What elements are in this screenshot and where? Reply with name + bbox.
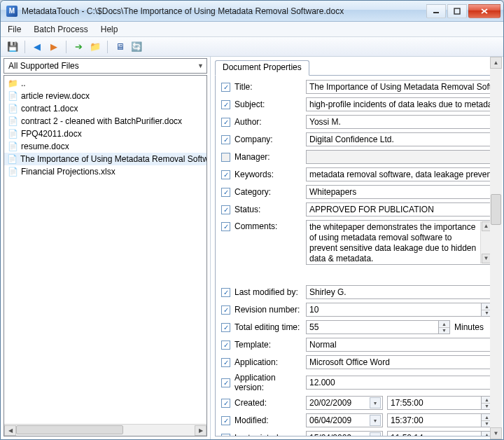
file-item[interactable]: 📄contract 1.docx [4,102,206,115]
checkbox-title[interactable]: ✓ [221,83,230,92]
titlebar[interactable]: M MetadataTouch - C:\$Docs\The Importanc… [1,1,503,22]
input-category[interactable]: Whitepapers [306,185,493,199]
checkbox-comments[interactable]: ✓ [221,222,230,231]
checkbox-subject[interactable]: ✓ [221,100,230,109]
close-button[interactable] [468,4,500,18]
input-company[interactable]: Digital Confidence Ltd. [306,132,493,146]
checkbox-modified[interactable]: ✓ [221,416,230,425]
file-up-dir[interactable]: 📁 .. [4,77,206,90]
spinner-editing-time[interactable]: ▲▼ [439,320,450,334]
calendar-dropdown-icon[interactable]: ▾ [370,415,381,426]
content-area: All Supported Files ▼ 📁 .. 📄article revi… [1,57,503,439]
time-created-value: 17:55:00 [391,398,424,408]
scroll-right-icon[interactable]: ▶ [195,425,206,436]
time-last-printed[interactable]: 11:50:14 [387,431,482,436]
save-icon[interactable]: 💾 [6,41,19,53]
file-name: Financial Projections.xlsx [21,167,115,177]
label-application: Application: [234,357,306,367]
date-modified[interactable]: 06/04/2009▾ [306,413,383,427]
menu-help[interactable]: Help [101,25,118,34]
calendar-dropdown-icon[interactable]: ▾ [370,432,381,436]
monitor-icon[interactable]: 🖥 [113,41,126,53]
file-item[interactable]: 📄article review.docx [4,90,206,102]
input-subject[interactable]: high-profile incidents of data leaks due… [306,97,493,111]
checkbox-last-printed[interactable]: ✓ [221,434,230,437]
folder-icon[interactable]: 📁 [89,41,102,53]
menu-file[interactable]: File [8,25,21,34]
input-manager[interactable] [306,150,493,164]
menubar: File Batch Process Help [1,22,503,37]
file-item[interactable]: 📄FPQ42011.docx [4,128,206,140]
input-keywords[interactable]: metadata removal software, data leakage … [306,167,493,181]
file-item[interactable]: 📄contract 2 - cleaned with BatchPurifier… [4,115,206,128]
checkbox-editing-time[interactable]: ✓ [221,323,230,332]
input-revision[interactable]: 10 [306,303,482,317]
app-window: M MetadataTouch - C:\$Docs\The Importanc… [0,0,504,440]
checkbox-app-version[interactable]: ✓ [221,378,230,387]
input-author[interactable]: Yossi M. [306,115,493,129]
menu-batch-process[interactable]: Batch Process [34,25,88,34]
scroll-left-icon[interactable]: ◀ [4,425,16,436]
input-title[interactable]: The Importance of Using Metadata Removal… [306,80,493,94]
spin-down-icon[interactable]: ▼ [439,328,449,334]
label-author: Author: [234,117,306,127]
file-list-hscrollbar[interactable]: ◀ ▶ [4,424,206,436]
label-last-modified-by: Last modified by: [234,287,306,297]
refresh-icon[interactable]: 🔄 [130,41,143,53]
input-application[interactable]: Microsoft Office Word [306,355,493,369]
file-item[interactable]: 📄resume.docx [4,140,206,153]
checkbox-author[interactable]: ✓ [221,118,230,127]
close-icon [480,8,489,15]
input-last-modified-by[interactable]: Shirley G. [306,285,493,299]
properties-panel: ✓Title:The Importance of Using Metadata … [215,75,499,436]
scroll-track[interactable] [490,69,502,427]
label-revision: Revision number: [234,305,306,315]
time-created[interactable]: 17:55:00 [387,396,482,410]
checkbox-template[interactable]: ✓ [221,341,230,350]
file-item-selected[interactable]: 📄The Importance of Using Metadata Remova… [4,153,206,165]
file-filter-label: All Supported Files [8,61,79,71]
maximize-button[interactable] [447,4,467,18]
checkbox-status[interactable]: ✓ [221,205,230,214]
date-created[interactable]: 20/02/2009▾ [306,396,383,410]
file-item[interactable]: 📄Financial Projections.xlsx [4,165,206,178]
scroll-thumb[interactable] [16,425,123,434]
textarea-comments[interactable]: the whitepaper demonstrates the importan… [306,220,493,265]
label-editing-time: Total editing time: [234,322,306,332]
file-filter-select[interactable]: All Supported Files ▼ [4,58,207,74]
window-vscrollbar[interactable]: ▲ ▼ [490,57,502,439]
date-last-printed[interactable]: 15/04/2009▾ [306,431,383,436]
tab-strip: Document Properties [215,60,499,75]
input-template[interactable]: Normal [306,338,493,352]
maximize-icon [454,8,461,15]
forward-arrow-icon[interactable]: ▶ [48,41,60,53]
checkbox-revision[interactable]: ✓ [221,305,230,315]
checkbox-manager[interactable] [221,153,230,162]
checkbox-keywords[interactable]: ✓ [221,170,230,179]
folder-up-icon: 📁 [7,78,18,89]
svg-rect-1 [454,8,460,14]
scroll-thumb[interactable] [491,194,501,225]
scroll-up-icon[interactable]: ▲ [490,57,502,69]
spin-up-icon[interactable]: ▲ [439,321,449,328]
minimize-button[interactable] [426,4,446,18]
checkbox-last-modified-by[interactable]: ✓ [221,288,230,297]
input-editing-time[interactable]: 55 [306,320,439,334]
next-arrow-icon[interactable]: ➔ [72,41,85,53]
label-title: Title: [234,82,306,92]
checkbox-company[interactable]: ✓ [221,135,230,144]
checkbox-created[interactable]: ✓ [221,399,230,408]
checkbox-application[interactable]: ✓ [221,358,230,367]
tab-document-properties[interactable]: Document Properties [215,60,309,76]
calendar-dropdown-icon[interactable]: ▾ [370,397,381,408]
label-keywords: Keywords: [234,170,306,179]
scroll-down-icon[interactable]: ▼ [490,427,502,439]
scroll-track[interactable] [16,425,195,436]
xls-icon: 📄 [7,166,18,177]
time-modified[interactable]: 15:37:00 [387,413,482,427]
checkbox-category[interactable]: ✓ [221,188,230,197]
input-status[interactable]: APPROVED FOR PUBLICATION [306,202,493,216]
back-arrow-icon[interactable]: ◀ [31,41,43,53]
file-list[interactable]: 📁 .. 📄article review.docx 📄contract 1.do… [4,75,207,436]
input-app-version[interactable]: 12.000 [306,376,493,390]
